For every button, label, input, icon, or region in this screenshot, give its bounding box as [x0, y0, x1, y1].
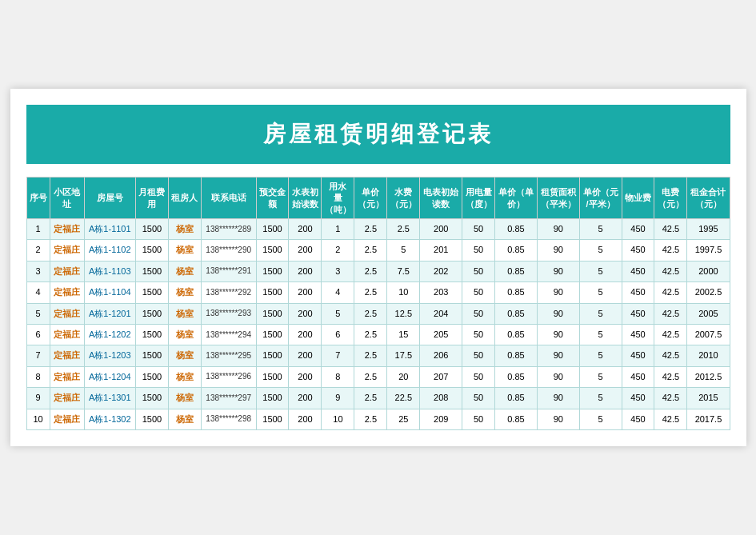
table-cell: 90: [537, 388, 579, 409]
table-row: 3定福庄A栋1-11031500杨室138******291150020032.…: [26, 261, 730, 281]
table-cell: 2.5: [354, 303, 387, 324]
main-table: 序号 小区地址 房屋号 月租费用 租房人 联系电话 预交金额 水表初始读数 用水…: [26, 177, 730, 430]
table-cell: 1500: [256, 324, 289, 345]
table-cell: 1500: [135, 218, 168, 239]
table-row: 8定福庄A栋1-12041500杨室138******296150020082.…: [26, 366, 730, 387]
table-header-row: 序号 小区地址 房屋号 月租费用 租房人 联系电话 预交金额 水表初始读数 用水…: [26, 178, 730, 219]
table-cell: 3: [26, 261, 50, 281]
table-cell: 0.85: [495, 388, 538, 409]
table-cell: 杨室: [168, 303, 201, 324]
table-cell: 杨室: [168, 282, 201, 303]
table-cell: 50: [462, 345, 495, 366]
table-cell: 定福庄: [50, 324, 84, 345]
table-cell: 2017.5: [687, 409, 730, 429]
table-cell: A栋1-1104: [84, 282, 135, 303]
table-cell: 201: [420, 240, 462, 261]
table-cell: 5: [387, 240, 420, 261]
table-cell: 5: [579, 218, 622, 239]
table-cell: 138******296: [201, 366, 256, 387]
table-cell: 50: [462, 366, 495, 387]
table-cell: 42.5: [654, 366, 687, 387]
table-cell: 17.5: [387, 345, 420, 366]
table-cell: 22.5: [387, 388, 420, 409]
col-header-water-usage: 用水量（吨）: [322, 178, 354, 219]
col-header-water-price: 单价（元）: [354, 178, 387, 219]
table-cell: 5: [579, 409, 622, 429]
table-cell: 50: [462, 324, 495, 345]
table-row: 6定福庄A栋1-12021500杨室138******294150020062.…: [26, 324, 730, 345]
table-cell: 1500: [256, 345, 289, 366]
table-cell: 定福庄: [50, 261, 84, 281]
table-cell: 90: [537, 324, 579, 345]
table-cell: 138******294: [201, 324, 256, 345]
table-cell: 定福庄: [50, 345, 84, 366]
table-cell: 1500: [256, 240, 289, 261]
table-cell: 1500: [135, 324, 168, 345]
table-cell: 1500: [135, 240, 168, 261]
table-cell: 90: [537, 218, 579, 239]
table-cell: 450: [622, 409, 654, 429]
col-header-community: 小区地址: [50, 178, 84, 219]
table-cell: 42.5: [654, 388, 687, 409]
table-cell: 5: [579, 261, 622, 281]
table-cell: 5: [322, 303, 354, 324]
table-cell: 200: [289, 218, 322, 239]
table-cell: 0.85: [495, 218, 538, 239]
table-cell: 90: [537, 282, 579, 303]
table-cell: 208: [420, 388, 462, 409]
table-row: 4定福庄A栋1-11041500杨室138******292150020042.…: [26, 282, 730, 303]
table-cell: 200: [420, 218, 462, 239]
table-cell: 1500: [135, 345, 168, 366]
table-cell: 1995: [687, 218, 730, 239]
table-cell: 5: [579, 388, 622, 409]
table-cell: 450: [622, 345, 654, 366]
table-cell: 25: [387, 409, 420, 429]
table-cell: 1500: [135, 261, 168, 281]
table-cell: 10: [387, 282, 420, 303]
table-cell: 200: [289, 409, 322, 429]
table-cell: 定福庄: [50, 303, 84, 324]
table-cell: 50: [462, 218, 495, 239]
table-cell: 450: [622, 218, 654, 239]
col-header-property: 物业费: [622, 178, 654, 219]
table-cell: 1500: [135, 366, 168, 387]
table-cell: 42.5: [654, 324, 687, 345]
table-cell: 207: [420, 366, 462, 387]
table-cell: 1: [26, 218, 50, 239]
col-header-total: 租金合计（元）: [687, 178, 730, 219]
table-cell: 3: [322, 261, 354, 281]
table-cell: 1500: [256, 261, 289, 281]
table-cell: 7.5: [387, 261, 420, 281]
table-cell: A栋1-1301: [84, 388, 135, 409]
table-cell: 1500: [256, 218, 289, 239]
table-cell: 5: [579, 366, 622, 387]
table-cell: 8: [322, 366, 354, 387]
col-header-tenant: 租房人: [168, 178, 201, 219]
table-cell: 0.85: [495, 261, 538, 281]
table-cell: 2: [322, 240, 354, 261]
table-cell: 200: [289, 345, 322, 366]
table-cell: 0.85: [495, 345, 538, 366]
table-cell: 2.5: [354, 261, 387, 281]
table-cell: 42.5: [654, 345, 687, 366]
table-cell: 6: [322, 324, 354, 345]
table-cell: 1500: [135, 409, 168, 429]
col-header-id: 序号: [26, 178, 50, 219]
table-cell: 138******289: [201, 218, 256, 239]
table-cell: 1500: [135, 282, 168, 303]
table-cell: 12.5: [387, 303, 420, 324]
table-cell: 2.5: [354, 240, 387, 261]
table-cell: 50: [462, 261, 495, 281]
table-cell: 0.85: [495, 366, 538, 387]
table-cell: 2.5: [354, 324, 387, 345]
col-header-rent: 月租费用: [135, 178, 168, 219]
table-cell: 90: [537, 345, 579, 366]
table-cell: 4: [26, 282, 50, 303]
table-row: 2定福庄A栋1-11021500杨室138******290150020022.…: [26, 240, 730, 261]
table-cell: 450: [622, 303, 654, 324]
table-row: 7定福庄A栋1-12031500杨室138******295150020072.…: [26, 345, 730, 366]
table-cell: 1500: [256, 366, 289, 387]
table-cell: 定福庄: [50, 366, 84, 387]
table-cell: 2.5: [354, 388, 387, 409]
table-cell: 杨室: [168, 261, 201, 281]
